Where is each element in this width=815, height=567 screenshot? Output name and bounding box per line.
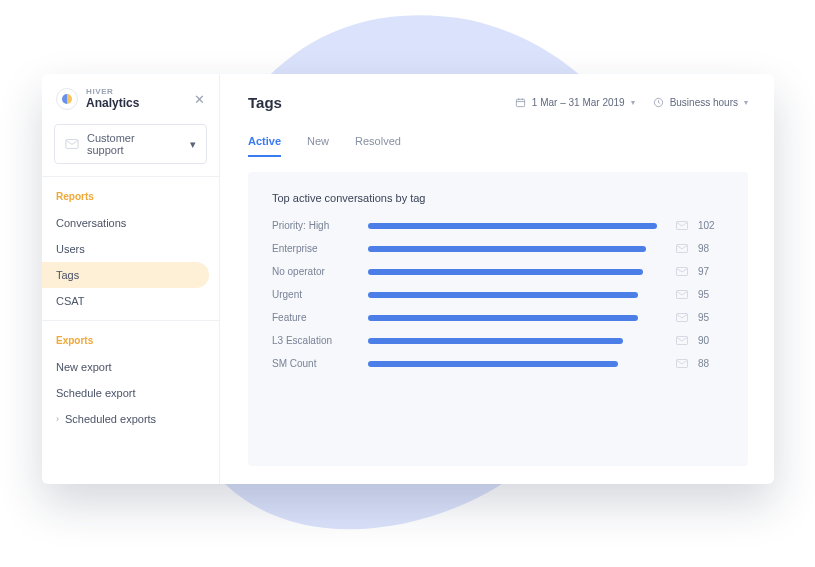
chart-row-label: Feature	[272, 312, 358, 323]
chart-rows: Priority: High102Enterprise98No operator…	[272, 220, 724, 369]
chart-row-label: SM Count	[272, 358, 358, 369]
chart-row-label: Priority: High	[272, 220, 358, 231]
sidebar-header: HIVER Analytics ✕	[42, 74, 219, 120]
envelope-icon	[676, 290, 688, 299]
chevron-right-icon: ›	[56, 414, 59, 424]
chart-row-value: 95	[698, 289, 724, 300]
svg-rect-5	[677, 268, 688, 276]
svg-rect-7	[677, 314, 688, 322]
sidebar-item-tags[interactable]: Tags	[42, 262, 209, 288]
app-title: Analytics	[86, 97, 186, 110]
chart-row-value: 98	[698, 243, 724, 254]
main-content: Tags 1 Mar – 31 Mar 2019 ▾ Business hour…	[220, 74, 774, 484]
chart-row: L3 Escalation90	[272, 335, 724, 346]
chart-row: SM Count88	[272, 358, 724, 369]
bar-fill	[368, 315, 638, 321]
close-icon[interactable]: ✕	[194, 92, 205, 107]
svg-rect-0	[66, 140, 78, 149]
chart-panel: Top active conversations by tag Priority…	[248, 172, 748, 466]
bar-track	[368, 315, 666, 321]
chart-row: Urgent95	[272, 289, 724, 300]
sidebar-item-users[interactable]: Users	[42, 236, 219, 262]
bar-fill	[368, 361, 618, 367]
sidebar-section-reports: Reports Conversations Users Tags CSAT	[42, 177, 219, 320]
section-title-exports: Exports	[42, 335, 219, 354]
bar-fill	[368, 338, 623, 344]
sidebar-item-conversations[interactable]: Conversations	[42, 210, 219, 236]
bar-track	[368, 246, 666, 252]
inbox-selector-label: Customer support	[87, 132, 174, 156]
sidebar-item-csat[interactable]: CSAT	[42, 288, 219, 314]
envelope-icon	[676, 244, 688, 253]
bar-fill	[368, 223, 657, 229]
svg-rect-8	[677, 337, 688, 345]
chart-row-value: 102	[698, 220, 724, 231]
inbox-selector[interactable]: Customer support ▾	[54, 124, 207, 164]
svg-rect-6	[677, 291, 688, 299]
chart-row-label: No operator	[272, 266, 358, 277]
chart-row-value: 88	[698, 358, 724, 369]
envelope-icon	[676, 336, 688, 345]
chart-row: Enterprise98	[272, 243, 724, 254]
chart-row: No operator97	[272, 266, 724, 277]
envelope-icon	[676, 313, 688, 322]
sidebar-section-exports: Exports New export Schedule export ›Sche…	[42, 321, 219, 438]
svg-rect-1	[516, 99, 524, 106]
hours-filter-label: Business hours	[670, 97, 738, 108]
sidebar-item-schedule-export[interactable]: Schedule export	[42, 380, 219, 406]
date-range-picker[interactable]: 1 Mar – 31 Mar 2019 ▾	[515, 97, 635, 108]
page-title: Tags	[248, 94, 497, 111]
bar-fill	[368, 292, 638, 298]
bar-track	[368, 223, 666, 229]
chevron-down-icon: ▾	[744, 98, 748, 107]
chevron-down-icon: ▾	[190, 138, 196, 151]
sidebar-item-new-export[interactable]: New export	[42, 354, 219, 380]
tab-active[interactable]: Active	[248, 129, 281, 157]
tabs: Active New Resolved	[248, 129, 748, 158]
chart-row: Priority: High102	[272, 220, 724, 231]
chart-title: Top active conversations by tag	[272, 192, 724, 204]
chart-row-label: Urgent	[272, 289, 358, 300]
svg-rect-9	[677, 360, 688, 368]
bar-track	[368, 338, 666, 344]
chart-row-value: 90	[698, 335, 724, 346]
chart-row-value: 95	[698, 312, 724, 323]
sidebar: HIVER Analytics ✕ Customer support ▾ Rep…	[42, 74, 220, 484]
svg-rect-3	[677, 222, 688, 230]
calendar-icon	[515, 97, 526, 108]
tab-new[interactable]: New	[307, 129, 329, 157]
section-title-reports: Reports	[42, 191, 219, 210]
bar-fill	[368, 269, 643, 275]
bar-track	[368, 269, 666, 275]
main-header: Tags 1 Mar – 31 Mar 2019 ▾ Business hour…	[248, 94, 748, 111]
bar-track	[368, 361, 666, 367]
hours-filter[interactable]: Business hours ▾	[653, 97, 748, 108]
envelope-icon	[676, 267, 688, 276]
date-range-label: 1 Mar – 31 Mar 2019	[532, 97, 625, 108]
chart-row: Feature95	[272, 312, 724, 323]
bar-track	[368, 292, 666, 298]
chart-row-label: L3 Escalation	[272, 335, 358, 346]
chart-row-value: 97	[698, 266, 724, 277]
bar-fill	[368, 246, 646, 252]
inbox-icon	[65, 139, 79, 149]
envelope-icon	[676, 221, 688, 230]
svg-rect-4	[677, 245, 688, 253]
app-window: HIVER Analytics ✕ Customer support ▾ Rep…	[42, 74, 774, 484]
envelope-icon	[676, 359, 688, 368]
sidebar-item-scheduled-exports[interactable]: ›Scheduled exports	[42, 406, 219, 432]
chart-row-label: Enterprise	[272, 243, 358, 254]
hiver-logo-icon	[56, 88, 78, 110]
clock-icon	[653, 97, 664, 108]
tab-resolved[interactable]: Resolved	[355, 129, 401, 157]
chevron-down-icon: ▾	[631, 98, 635, 107]
